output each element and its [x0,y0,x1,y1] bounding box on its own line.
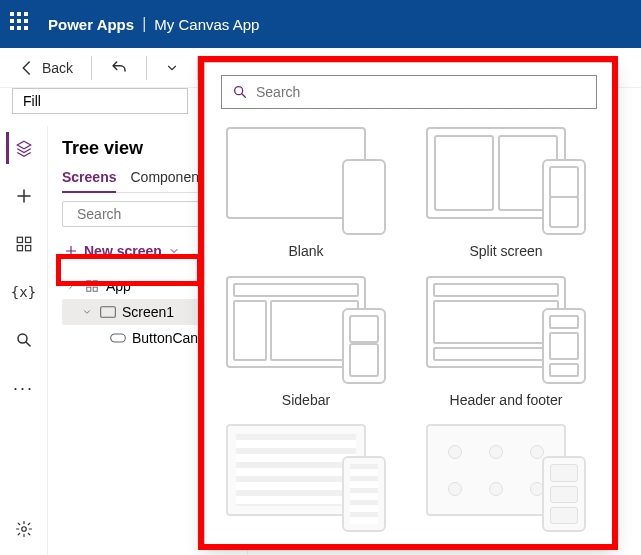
undo-icon [110,59,128,77]
toolbar-divider [146,56,147,80]
left-rail: {x} ··· [0,126,48,555]
template-item[interactable] [421,424,591,546]
template-sidebar[interactable]: Sidebar [221,276,391,415]
ellipsis-icon: ··· [13,378,34,399]
popup-search-input[interactable] [256,84,586,100]
title-separator: | [142,15,146,33]
template-grid[interactable]: Blank Split screen Sidebar Header and fo… [221,127,597,546]
svg-rect-12 [111,334,126,342]
rail-data-button[interactable] [8,228,40,260]
rail-more-button[interactable]: ··· [8,372,40,404]
template-label: Blank [288,243,323,259]
template-label: Split screen [469,243,542,259]
rail-variables-button[interactable]: {x} [8,276,40,308]
svg-rect-8 [93,281,97,285]
svg-rect-7 [87,281,91,285]
template-label: Sidebar [282,392,330,408]
template-thumb [426,127,586,235]
svg-point-13 [235,87,243,95]
svg-rect-0 [17,237,22,242]
svg-rect-9 [87,287,91,291]
svg-point-5 [21,527,26,532]
rail-insert-button[interactable] [8,180,40,212]
svg-rect-10 [93,287,97,291]
variables-icon: {x} [11,284,36,300]
template-item[interactable] [221,424,391,546]
layers-icon [15,139,33,157]
tab-screens[interactable]: Screens [62,169,116,193]
app-icon [84,279,100,293]
popup-search-box[interactable] [221,75,597,109]
back-label: Back [42,60,73,76]
search-icon [232,84,248,100]
gear-icon [15,520,33,538]
rail-search-button[interactable] [8,324,40,356]
tab-components[interactable]: Components [130,169,209,192]
app-name-label: My Canvas App [154,16,259,33]
tree-item-label: Screen1 [122,304,174,320]
template-thumb [226,424,386,532]
svg-rect-2 [17,246,22,251]
property-selector[interactable] [12,88,188,114]
chevron-down-icon [82,307,94,317]
back-arrow-icon [18,59,36,77]
template-thumb [426,276,586,384]
rail-tree-view-button[interactable] [6,132,38,164]
template-thumb [226,127,386,235]
template-label: Header and footer [450,392,563,408]
new-screen-popup: Blank Split screen Sidebar Header and fo… [204,62,614,546]
button-icon [110,332,126,344]
brand-label: Power Apps [48,16,134,33]
tree-item-label: App [106,278,131,294]
toolbar-divider [91,56,92,80]
template-thumb [226,276,386,384]
new-screen-label: New screen [84,243,162,259]
back-button[interactable]: Back [12,55,79,81]
template-thumb [426,424,586,532]
plus-icon [64,244,78,258]
chevron-right-icon [66,281,78,291]
undo-button[interactable] [104,55,134,81]
svg-rect-1 [25,237,30,242]
grid-icon [15,235,33,253]
svg-rect-11 [101,307,116,318]
waffle-icon[interactable] [10,12,34,36]
toolbar-divider [197,56,198,80]
template-header-footer[interactable]: Header and footer [421,276,591,415]
chevron-down-icon [165,61,179,75]
screen-icon [100,306,116,318]
plus-icon [15,187,33,205]
svg-rect-3 [25,246,30,251]
search-icon [15,331,33,349]
toolbar-more-button[interactable] [159,57,185,79]
rail-settings-button[interactable] [8,513,40,545]
template-split-screen[interactable]: Split screen [421,127,591,266]
svg-point-4 [18,334,27,343]
app-titlebar: Power Apps | My Canvas App [0,0,641,48]
chevron-down-icon [168,245,180,257]
template-blank[interactable]: Blank [221,127,391,266]
